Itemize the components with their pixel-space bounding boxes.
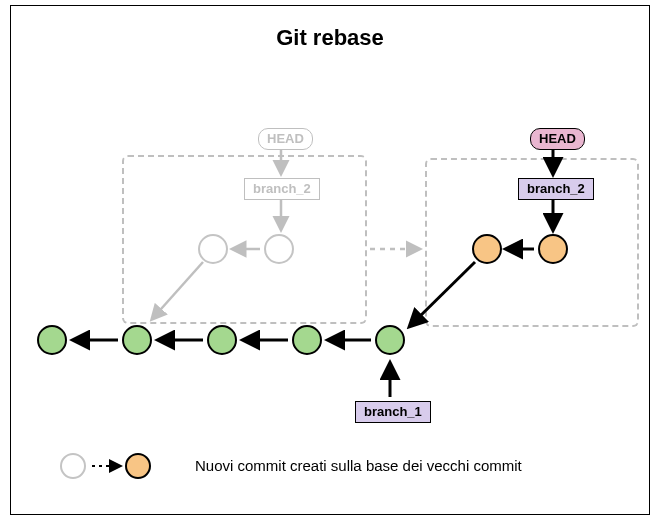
commit-c1	[37, 325, 67, 355]
head-label-new: HEAD	[530, 128, 585, 150]
diagram-canvas: Git rebase HEAD branch_2 HEAD branch_2 b…	[0, 0, 660, 523]
commit-new-b	[538, 234, 568, 264]
legend-caption: Nuovi commit creati sulla base dei vecch…	[195, 457, 522, 474]
legend-new-commit-icon	[125, 453, 151, 479]
diagram-title: Git rebase	[0, 25, 660, 51]
commit-old-a	[198, 234, 228, 264]
head-label-old: HEAD	[258, 128, 313, 150]
commit-old-b	[264, 234, 294, 264]
commit-c4	[292, 325, 322, 355]
branch2-label-new: branch_2	[518, 178, 594, 200]
commit-c5	[375, 325, 405, 355]
branch1-label: branch_1	[355, 401, 431, 423]
commit-new-a	[472, 234, 502, 264]
commit-c3	[207, 325, 237, 355]
branch2-label-old: branch_2	[244, 178, 320, 200]
legend-old-commit-icon	[60, 453, 86, 479]
commit-c2	[122, 325, 152, 355]
